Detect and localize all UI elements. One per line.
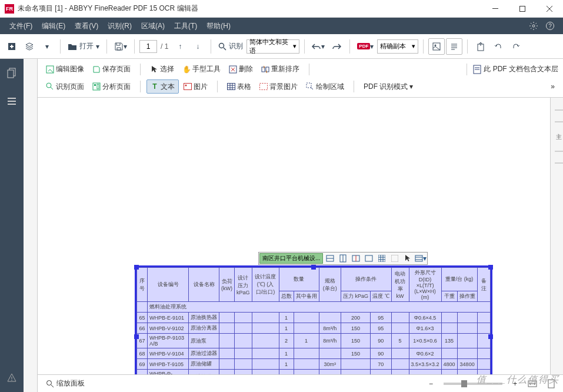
th-pressure: 设计压力 kPaG bbox=[235, 268, 252, 302]
fit-width-icon[interactable] bbox=[524, 379, 541, 388]
page-up-button[interactable]: ↑ bbox=[172, 38, 188, 55]
help-icon[interactable]: ? bbox=[542, 18, 558, 34]
language-select[interactable]: 简体中文和英语▾ bbox=[246, 39, 299, 54]
draw-area-button[interactable]: 绘制区域 bbox=[302, 79, 348, 94]
table-row: 68WHPB-V-9104原油过滤器115090Φ0.6×2 bbox=[137, 348, 491, 359]
maximize-button[interactable] bbox=[509, 0, 536, 18]
svg-point-41 bbox=[185, 85, 187, 87]
menu-view[interactable]: 查看(V) bbox=[70, 18, 103, 34]
th-motor: 电动机功率 kW bbox=[391, 268, 409, 302]
delete-button[interactable]: 删除 bbox=[225, 62, 256, 77]
pdf-export-button[interactable]: PDF ▾ bbox=[355, 38, 376, 55]
export-icon[interactable] bbox=[472, 38, 489, 55]
page-number-input[interactable] bbox=[139, 40, 157, 53]
image-area-button[interactable]: 图片 bbox=[180, 79, 211, 94]
document-area: 南区井口平台机械设... ▾ bbox=[38, 98, 563, 374]
text-area-button[interactable]: T文本 bbox=[146, 79, 179, 94]
zoom-out-button[interactable]: − bbox=[425, 378, 437, 389]
table-caption-field[interactable]: 南区井口平台机械设... bbox=[259, 253, 323, 264]
page-down-button[interactable]: ↓ bbox=[189, 38, 206, 55]
document-scroll[interactable]: 南区井口平台机械设... ▾ bbox=[38, 98, 550, 374]
grid-on-icon[interactable] bbox=[375, 253, 388, 264]
svg-rect-42 bbox=[228, 84, 235, 90]
minimize-button[interactable] bbox=[482, 0, 509, 18]
new-button[interactable] bbox=[4, 38, 20, 55]
svg-rect-38 bbox=[94, 84, 96, 86]
svg-rect-39 bbox=[97, 84, 99, 89]
th-op: 操作重 bbox=[457, 291, 477, 302]
layers-icon[interactable] bbox=[21, 38, 38, 55]
zoom-slider-thumb[interactable] bbox=[461, 380, 467, 387]
svg-rect-62 bbox=[415, 255, 422, 261]
more-icon[interactable]: ▾ bbox=[414, 253, 427, 264]
th-op-temp: 温度 ℃ bbox=[371, 291, 392, 302]
hand-tool-button[interactable]: ✋手型工具 bbox=[179, 62, 224, 77]
zoom-slider[interactable] bbox=[444, 383, 502, 385]
rotate-left-icon[interactable] bbox=[490, 38, 507, 55]
select-tool-button[interactable]: 选择 bbox=[146, 62, 178, 77]
layout-text-button[interactable] bbox=[446, 38, 462, 55]
split-cell-icon[interactable] bbox=[349, 253, 362, 264]
settings-icon[interactable] bbox=[525, 18, 542, 34]
bg-image-button[interactable]: 背景图片 bbox=[256, 79, 301, 94]
th-dims: 外形尺寸 D(ID) ×L(T/T) (L×W×H) (m) bbox=[409, 268, 441, 302]
pointer-icon[interactable] bbox=[401, 253, 414, 264]
analyze-page-button[interactable]: 分析页面 bbox=[89, 79, 134, 94]
table-selection-region[interactable]: 序号 设备编号 设备名称 负荷 (kW) 设计压力 kPaG 设计温度 (℃) … bbox=[135, 265, 492, 374]
rotate-right-icon[interactable] bbox=[508, 38, 524, 55]
open-button[interactable]: 打开 ▾ bbox=[65, 38, 102, 55]
svg-rect-20 bbox=[8, 70, 14, 78]
grid-off-icon[interactable] bbox=[388, 253, 401, 264]
save-page-button[interactable]: 保存页面 bbox=[89, 62, 134, 77]
pages-icon[interactable] bbox=[4, 65, 20, 81]
table-row: 66WHPB-V-9102原油分离器18m³/h15095Φ1.6×3 bbox=[137, 323, 491, 334]
list-icon[interactable] bbox=[4, 93, 20, 109]
merge-cell-icon[interactable] bbox=[362, 253, 375, 264]
close-button[interactable] bbox=[536, 0, 563, 18]
redo-button[interactable] bbox=[328, 38, 345, 55]
resize-handle[interactable] bbox=[134, 265, 139, 270]
resize-handle[interactable] bbox=[488, 265, 493, 270]
warning-icon[interactable] bbox=[4, 370, 20, 386]
recognized-table: 序号 设备编号 设备名称 负荷 (kW) 设计压力 kPaG 设计温度 (℃) … bbox=[136, 267, 491, 374]
chevron-right-icon[interactable]: » bbox=[547, 79, 558, 94]
titlebar: FR 未命名项目 [1] - ABBYY FineReader PDF 15 O… bbox=[0, 0, 563, 18]
table-context-toolbar: 南区井口平台机械设... ▾ bbox=[258, 252, 428, 265]
recognize-button[interactable]: 识别 bbox=[216, 38, 245, 55]
reorder-button[interactable]: 重新排序 bbox=[258, 62, 303, 77]
zoom-panel-button[interactable]: 缩放面板 bbox=[42, 377, 88, 390]
menu-tools[interactable]: 工具(T) bbox=[169, 18, 202, 34]
bottom-bar: 缩放面板 − + bbox=[38, 374, 563, 392]
th-remark: 备注 bbox=[477, 268, 490, 302]
app-icon: FR bbox=[5, 4, 14, 14]
menu-help[interactable]: 帮助(H) bbox=[202, 18, 235, 34]
zoom-in-button[interactable]: + bbox=[509, 378, 521, 389]
menu-area[interactable]: 区域(A) bbox=[136, 18, 169, 34]
pdf-recognition-mode-button[interactable]: PDF 识别模式 ▾ bbox=[360, 79, 417, 94]
svg-point-25 bbox=[11, 380, 12, 381]
fit-page-icon[interactable] bbox=[544, 378, 558, 390]
layout-image-button[interactable] bbox=[428, 38, 445, 55]
edit-image-button[interactable]: 编辑图像 bbox=[42, 62, 88, 77]
menu-file[interactable]: 文件(F) bbox=[5, 18, 37, 34]
th-load: 负荷 (kW) bbox=[219, 268, 235, 302]
grid-icon[interactable]: ▾ bbox=[39, 38, 55, 55]
properties-panel-collapsed[interactable]: 主 bbox=[550, 98, 563, 374]
resize-handle[interactable] bbox=[488, 334, 493, 339]
menu-recognize[interactable]: 识别(R) bbox=[103, 18, 136, 34]
precise-copy-select[interactable]: 精确副本▾ bbox=[377, 39, 418, 54]
add-row-icon[interactable] bbox=[324, 253, 337, 264]
pages-panel-collapsed[interactable]: 显示页面 (F5) bbox=[24, 59, 38, 392]
resize-handle[interactable] bbox=[134, 334, 139, 339]
add-col-icon[interactable] bbox=[337, 253, 349, 264]
table-area-button[interactable]: 表格 bbox=[224, 79, 255, 94]
svg-line-66 bbox=[51, 385, 54, 387]
recognize-page-button[interactable]: 识别页面 bbox=[42, 79, 88, 94]
table-row: 65WHPB-E-9101原油换热器120095Φ0.6×4.5 bbox=[137, 313, 491, 323]
menu-edit[interactable]: 编辑(E) bbox=[37, 18, 70, 34]
th-qty-total: 总数 bbox=[279, 291, 294, 302]
save-icon[interactable]: ▾ bbox=[112, 38, 129, 55]
resize-handle[interactable] bbox=[311, 265, 316, 270]
undo-button[interactable]: ▾ bbox=[309, 38, 327, 55]
th-weight: 重量/台 (kg) bbox=[441, 268, 477, 291]
